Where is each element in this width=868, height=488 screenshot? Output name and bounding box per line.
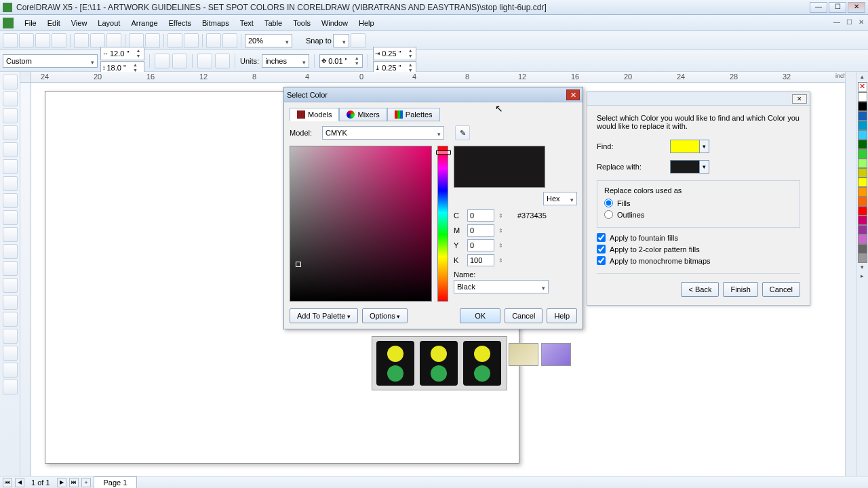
palette-scroll-up-icon[interactable]: ▴ xyxy=(858,73,867,81)
ellipse-tool-icon[interactable] xyxy=(3,193,18,208)
palette-swatch[interactable] xyxy=(858,130,867,140)
undo-icon[interactable] xyxy=(129,33,144,48)
horizontal-ruler[interactable]: 24 20 16 12 8 4 0 4 8 12 16 20 24 28 32 xyxy=(31,72,845,83)
page-last-icon[interactable]: ⏭ xyxy=(69,478,79,487)
ruler-origin[interactable] xyxy=(20,72,31,83)
fills-radio[interactable] xyxy=(604,199,613,207)
m-input[interactable]: 0 xyxy=(467,224,494,237)
zoom-combo[interactable]: 20% xyxy=(245,34,292,47)
finish-button[interactable]: Finish xyxy=(723,282,757,297)
menu-arrange[interactable]: Arrange xyxy=(125,16,163,30)
apply-mono-checkbox[interactable] xyxy=(597,256,606,265)
page-width-input[interactable]: ↔▲▼ xyxy=(100,47,144,60)
menu-layout[interactable]: Layout xyxy=(92,16,125,30)
portrait-icon[interactable] xyxy=(155,54,170,68)
pick-tool-icon[interactable] xyxy=(3,75,18,89)
doc-close-button[interactable]: ✕ xyxy=(856,18,867,28)
nudge-input[interactable]: ✥▲▼ xyxy=(319,54,363,68)
eyedropper-icon[interactable]: ✎ xyxy=(455,125,470,140)
minimize-button[interactable]: — xyxy=(810,2,827,13)
palette-swatch[interactable] xyxy=(858,187,867,197)
palette-swatch[interactable] xyxy=(858,121,867,130)
close-button[interactable]: ✕ xyxy=(848,2,865,13)
page-next-icon[interactable]: ▶ xyxy=(57,478,66,487)
outline-tool-icon[interactable] xyxy=(3,346,18,361)
palette-flyout-icon[interactable]: ▸ xyxy=(858,272,867,281)
palette-swatch[interactable] xyxy=(858,206,867,216)
select-color-close-icon[interactable]: ✕ xyxy=(566,89,580,100)
palette-swatch[interactable] xyxy=(858,253,867,263)
add-page-icon[interactable]: ＋ xyxy=(81,478,91,487)
menu-table[interactable]: Table xyxy=(259,16,288,30)
all-pages-icon[interactable] xyxy=(197,54,212,68)
landscape-icon[interactable] xyxy=(172,54,187,68)
menu-file[interactable]: File xyxy=(19,16,42,30)
menu-help[interactable]: Help xyxy=(353,16,380,30)
color-field[interactable] xyxy=(290,146,432,302)
paper-size-combo[interactable]: Custom xyxy=(3,54,98,68)
model-combo[interactable]: CMYK xyxy=(322,126,444,140)
redo-icon[interactable] xyxy=(145,33,160,48)
import-icon[interactable] xyxy=(167,33,182,48)
add-to-palette-button[interactable]: Add To Palette xyxy=(290,308,358,323)
palette-swatch[interactable] xyxy=(858,197,867,206)
doc-minimize-button[interactable]: — xyxy=(831,18,842,28)
palette-swatch[interactable] xyxy=(858,225,867,235)
menu-text[interactable]: Text xyxy=(235,16,259,30)
tab-palettes[interactable]: Palettes xyxy=(387,108,440,121)
current-page-icon[interactable] xyxy=(215,54,230,68)
snap-combo[interactable] xyxy=(333,34,349,47)
palette-swatch[interactable] xyxy=(858,92,867,102)
menu-view[interactable]: View xyxy=(66,16,93,30)
hue-slider[interactable] xyxy=(437,146,448,302)
palette-swatch[interactable] xyxy=(858,140,867,149)
tab-mixers[interactable]: Mixers xyxy=(339,108,387,121)
vertical-ruler[interactable] xyxy=(20,83,31,476)
cancel-button[interactable]: Cancel xyxy=(505,308,542,323)
apply-fountain-checkbox[interactable] xyxy=(597,233,606,242)
dimension-tool-icon[interactable] xyxy=(3,278,18,293)
apply-2color-checkbox[interactable] xyxy=(597,245,606,253)
crop-tool-icon[interactable] xyxy=(3,108,18,123)
units-combo[interactable]: inches xyxy=(262,54,309,68)
app-launcher-icon[interactable] xyxy=(206,33,221,48)
smart-fill-tool-icon[interactable] xyxy=(3,159,18,174)
menu-edit[interactable]: Edit xyxy=(42,16,66,30)
cut-icon[interactable] xyxy=(74,33,89,48)
palette-swatch[interactable] xyxy=(858,216,867,225)
palette-swatch[interactable] xyxy=(858,168,867,178)
color-field-cursor[interactable] xyxy=(296,262,301,267)
palette-swatch[interactable] xyxy=(858,149,867,159)
find-replace-titlebar[interactable]: ✕ xyxy=(587,92,810,106)
interactive-fill-tool-icon[interactable] xyxy=(3,380,18,394)
hex-format-combo[interactable]: Hex xyxy=(543,192,577,205)
palette-swatch[interactable] xyxy=(858,102,867,111)
shape-tool-icon[interactable] xyxy=(3,92,18,106)
menu-effects[interactable]: Effects xyxy=(163,16,197,30)
basic-shapes-tool-icon[interactable] xyxy=(3,227,18,242)
palette-swatch[interactable]: ✕ xyxy=(858,82,867,92)
palette-swatch[interactable] xyxy=(858,235,867,244)
duplicate-x-input[interactable]: ⇥▲▼ xyxy=(373,47,416,60)
palette-swatch[interactable] xyxy=(858,111,867,121)
palette-scroll-down-icon[interactable]: ▾ xyxy=(858,264,867,272)
back-button[interactable]: < Back xyxy=(681,282,719,297)
palette-swatch[interactable] xyxy=(858,159,867,168)
replace-color-dropdown[interactable]: ▾ xyxy=(670,160,709,174)
color-name-combo[interactable]: Black xyxy=(454,280,549,293)
doc-restore-button[interactable]: ☐ xyxy=(844,18,854,28)
maximize-button[interactable]: ☐ xyxy=(829,2,846,13)
find-replace-close-icon[interactable]: ✕ xyxy=(792,94,807,104)
menu-bitmaps[interactable]: Bitmaps xyxy=(197,16,235,30)
save-icon[interactable] xyxy=(35,33,50,48)
connector-tool-icon[interactable] xyxy=(3,295,18,310)
ok-button[interactable]: OK xyxy=(460,308,500,323)
zoom-tool-icon[interactable] xyxy=(3,125,18,140)
page-tab[interactable]: Page 1 xyxy=(94,476,138,489)
palette-swatch[interactable] xyxy=(858,178,867,187)
wizard-cancel-button[interactable]: Cancel xyxy=(762,282,800,297)
options-button[interactable]: Options xyxy=(362,308,408,323)
help-button[interactable]: Help xyxy=(547,308,577,323)
palette-swatch[interactable] xyxy=(858,244,867,253)
options-icon[interactable] xyxy=(351,33,366,48)
